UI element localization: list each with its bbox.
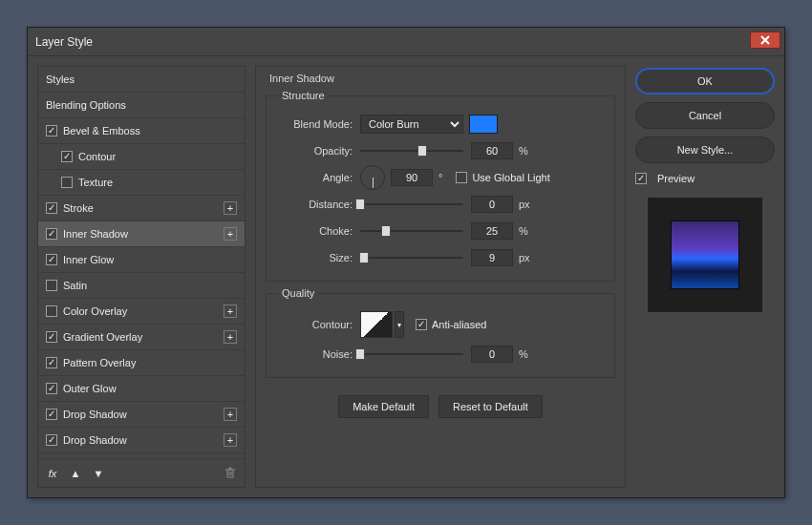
angle-value[interactable]: 90 xyxy=(391,169,433,186)
size-value[interactable]: 9 xyxy=(471,249,513,266)
sidebar-item-label: Inner Glow xyxy=(63,254,237,265)
style-checkbox[interactable] xyxy=(46,383,57,394)
add-effect-icon[interactable]: + xyxy=(224,408,237,421)
panel-title: Inner Shadow xyxy=(266,71,615,84)
size-slider[interactable] xyxy=(360,251,463,264)
opacity-unit: % xyxy=(519,145,528,157)
choke-slider[interactable] xyxy=(360,224,463,238)
choke-label: Choke: xyxy=(278,225,360,237)
sidebar-item-inner-glow[interactable]: Inner Glow xyxy=(38,247,245,273)
move-down-icon[interactable]: ▼ xyxy=(92,467,105,480)
sidebar-item-label: Bevel & Emboss xyxy=(63,125,237,136)
style-checkbox[interactable] xyxy=(46,125,57,136)
style-checkbox[interactable] xyxy=(46,254,57,265)
style-checkbox[interactable] xyxy=(46,228,57,240)
chevron-down-icon: ▾ xyxy=(397,321,401,329)
right-panel: OK Cancel New Style... Preview xyxy=(635,66,775,488)
sidebar-item-drop-shadow[interactable]: Drop Shadow+ xyxy=(38,402,245,428)
move-up-icon[interactable]: ▲ xyxy=(69,467,82,480)
style-checkbox[interactable] xyxy=(46,280,57,291)
size-label: Size: xyxy=(278,252,360,263)
sidebar-item-label: Gradient Overlay xyxy=(63,331,224,343)
quality-legend: Quality xyxy=(278,287,318,299)
choke-value[interactable]: 25 xyxy=(471,222,513,240)
distance-value[interactable]: 0 xyxy=(471,196,513,213)
opacity-label: Opacity: xyxy=(278,145,360,157)
noise-value[interactable]: 0 xyxy=(471,346,513,363)
settings-panel: Inner Shadow Structure Blend Mode: Color… xyxy=(255,66,626,488)
new-style-button[interactable]: New Style... xyxy=(635,136,775,163)
cancel-button[interactable]: Cancel xyxy=(635,102,775,129)
contour-label: Contour: xyxy=(278,319,360,330)
sidebar-item-drop-shadow[interactable]: Drop Shadow+ xyxy=(38,428,245,453)
sidebar-item-bevel-emboss[interactable]: Bevel & Emboss xyxy=(38,118,245,144)
angle-dial[interactable] xyxy=(360,165,385,190)
sidebar-item-label: Drop Shadow xyxy=(63,434,224,446)
style-checkbox[interactable] xyxy=(46,357,57,368)
use-global-checkbox[interactable] xyxy=(456,172,467,183)
preview-thumbnail xyxy=(648,198,762,312)
ok-button[interactable]: OK xyxy=(635,68,775,94)
structure-legend: Structure xyxy=(278,90,329,101)
sidebar-item-label: Texture xyxy=(78,177,237,188)
add-effect-icon[interactable]: + xyxy=(224,227,237,241)
color-swatch[interactable] xyxy=(469,115,498,134)
sidebar-item-label: Satin xyxy=(63,280,237,291)
sidebar-item-texture[interactable]: Texture xyxy=(38,170,245,196)
style-checkbox[interactable] xyxy=(46,202,57,214)
preview-checkbox[interactable] xyxy=(635,173,647,184)
sidebar-item-outer-glow[interactable]: Outer Glow xyxy=(38,376,245,402)
add-effect-icon[interactable]: + xyxy=(224,433,237,447)
sidebar-item-stroke[interactable]: Stroke+ xyxy=(38,196,245,221)
sidebar-item-contour[interactable]: Contour xyxy=(38,144,245,170)
choke-unit: % xyxy=(519,225,528,237)
sidebar-item-label: Pattern Overlay xyxy=(63,357,237,368)
opacity-slider[interactable] xyxy=(360,144,463,158)
sidebar-item-blending-options[interactable]: Blending Options xyxy=(38,93,245,118)
make-default-button[interactable]: Make Default xyxy=(338,395,429,418)
blend-mode-label: Blend Mode: xyxy=(278,118,360,130)
noise-unit: % xyxy=(519,348,528,360)
blend-mode-select[interactable]: Color Burn xyxy=(360,115,463,134)
add-effect-icon[interactable]: + xyxy=(224,304,237,318)
sidebar-item-label: Blending Options xyxy=(46,99,237,111)
angle-unit: ° xyxy=(438,172,442,183)
trash-icon[interactable] xyxy=(224,467,237,480)
sidebar-item-label: Inner Shadow xyxy=(63,228,224,240)
antialias-checkbox[interactable] xyxy=(416,319,427,330)
titlebar[interactable]: Layer Style xyxy=(28,28,784,56)
sidebar-item-label: Outer Glow xyxy=(63,383,237,394)
window-title: Layer Style xyxy=(35,35,93,49)
reset-default-button[interactable]: Reset to Default xyxy=(438,395,543,418)
sidebar-item-label: Styles xyxy=(46,74,237,85)
style-checkbox[interactable] xyxy=(61,177,73,188)
style-checkbox[interactable] xyxy=(61,151,73,162)
sidebar-item-label: Color Overlay xyxy=(63,305,224,317)
sidebar-item-pattern-overlay[interactable]: Pattern Overlay xyxy=(38,350,245,376)
contour-dropdown[interactable]: ▾ xyxy=(395,311,404,338)
noise-slider[interactable] xyxy=(360,347,463,361)
antialias-label: Anti-aliased xyxy=(432,319,486,330)
add-effect-icon[interactable]: + xyxy=(224,330,237,344)
style-checkbox[interactable] xyxy=(46,305,57,317)
add-effect-icon[interactable]: + xyxy=(224,201,237,215)
sidebar-item-satin[interactable]: Satin xyxy=(38,273,245,299)
angle-label: Angle: xyxy=(278,172,360,183)
distance-slider[interactable] xyxy=(360,198,463,211)
close-button[interactable] xyxy=(750,32,780,49)
sidebar-item-color-overlay[interactable]: Color Overlay+ xyxy=(38,299,245,325)
sidebar-item-styles[interactable]: Styles xyxy=(38,67,245,93)
style-checkbox[interactable] xyxy=(46,409,57,420)
sidebar-item-label: Drop Shadow xyxy=(63,409,224,420)
sidebar-item-gradient-overlay[interactable]: Gradient Overlay+ xyxy=(38,325,245,350)
style-checkbox[interactable] xyxy=(46,434,57,446)
fx-icon[interactable]: fx xyxy=(46,467,59,480)
sidebar-item-inner-shadow[interactable]: Inner Shadow+ xyxy=(38,221,245,247)
styles-sidebar: StylesBlending OptionsBevel & EmbossCont… xyxy=(37,66,246,488)
preview-label: Preview xyxy=(657,173,694,184)
style-checkbox[interactable] xyxy=(46,331,57,343)
distance-unit: px xyxy=(519,199,530,210)
contour-picker[interactable] xyxy=(360,311,393,338)
sidebar-item-label: Stroke xyxy=(63,202,224,214)
opacity-value[interactable]: 60 xyxy=(471,142,513,159)
